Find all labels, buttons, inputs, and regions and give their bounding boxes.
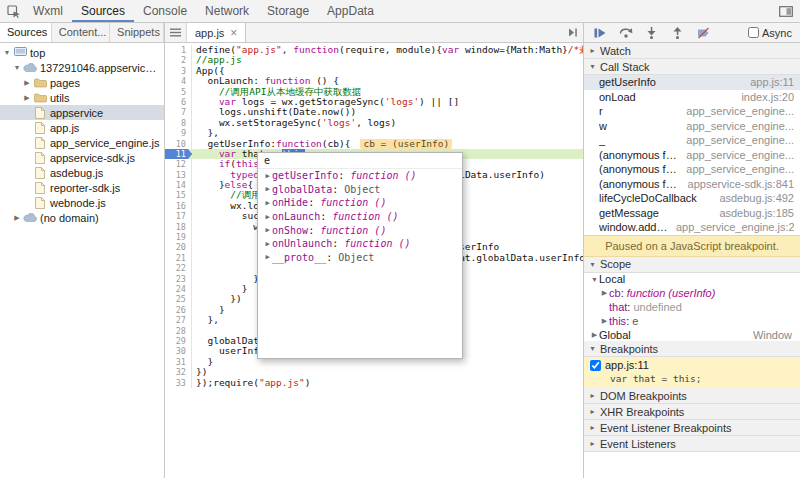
line-number[interactable]: 12: [165, 159, 192, 169]
line-number[interactable]: 11: [165, 149, 192, 159]
line-number[interactable]: 20: [165, 242, 192, 252]
tree-item-utils[interactable]: ▶utils: [0, 90, 164, 105]
close-tab-icon[interactable]: ×: [230, 27, 237, 39]
sidebar-tab-snippets[interactable]: Snippets: [110, 23, 164, 42]
collapsed-arrow-icon[interactable]: ▶: [12, 214, 22, 222]
breakpoint-checkbox[interactable]: [590, 360, 601, 371]
tab-app-js[interactable]: app.js ×: [187, 23, 246, 42]
object-property-onhide[interactable]: ▶onHide: function (): [258, 196, 462, 210]
line-number[interactable]: 29: [165, 336, 192, 346]
section-xhr-breakpoints[interactable]: ▸XHR Breakpoints: [584, 404, 800, 420]
deactivate-breakpoints-button[interactable]: [696, 26, 711, 40]
line-number[interactable]: 27: [165, 315, 192, 325]
line-number[interactable]: 26: [165, 305, 192, 315]
section-dom-breakpoints[interactable]: ▸DOM Breakpoints: [584, 388, 800, 404]
line-number[interactable]: 4: [165, 76, 192, 86]
object-property-onshow[interactable]: ▶onShow: function (): [258, 223, 462, 237]
line-number[interactable]: 22: [165, 263, 192, 273]
breakpoint-entry[interactable]: app.js:11 var that = this;: [584, 357, 800, 388]
dock-side-icon[interactable]: [776, 0, 796, 22]
step-over-button[interactable]: [618, 26, 633, 40]
section-event-listener-breakpoints[interactable]: ▸Event Listener Breakpoints: [584, 420, 800, 436]
call-stack-section-header[interactable]: ▾ Call Stack: [584, 59, 800, 75]
line-number[interactable]: 2: [165, 55, 192, 65]
line-number[interactable]: 21: [165, 253, 192, 263]
line-number[interactable]: 15: [165, 190, 192, 200]
code-editor[interactable]: 1define("app.js", function(require, modu…: [165, 43, 583, 478]
tree-item-appservice-sdk-js[interactable]: appservice-sdk.js: [0, 150, 164, 165]
line-number[interactable]: 13: [165, 170, 192, 180]
main-tab-console[interactable]: Console: [134, 0, 196, 22]
line-number[interactable]: 30: [165, 346, 192, 356]
step-out-button[interactable]: [670, 26, 685, 40]
tree-item-reporter-sdk-js[interactable]: reporter-sdk.js: [0, 180, 164, 195]
main-tab-appdata[interactable]: AppData: [318, 0, 383, 22]
call-stack-frame[interactable]: (anonymous function)app_service_engine..…: [584, 148, 800, 163]
scope-group-local[interactable]: ▼Local: [584, 273, 800, 287]
call-stack-frame[interactable]: window.addEventListenerapp_service_engin…: [584, 220, 800, 235]
line-number[interactable]: 28: [165, 326, 192, 336]
tree-item-webnode-js[interactable]: webnode.js: [0, 195, 164, 210]
section-event-listeners[interactable]: ▸Event Listeners: [584, 436, 800, 452]
call-stack-frame[interactable]: rapp_service_engine...: [584, 104, 800, 119]
call-stack-frame[interactable]: wapp_service_engine...: [584, 119, 800, 134]
object-property-getuserinfo[interactable]: ▶getUserInfo: function (): [258, 169, 462, 183]
call-stack-frame[interactable]: onLoadindex.js:20: [584, 90, 800, 105]
main-tab-wxml[interactable]: Wxml: [24, 0, 72, 22]
expanded-arrow-icon[interactable]: ▼: [12, 64, 22, 71]
object-property-onlaunch[interactable]: ▶onLaunch: function (): [258, 210, 462, 224]
collapsed-arrow-icon[interactable]: ▶: [22, 94, 32, 102]
call-stack-frame[interactable]: _app_service_engine...: [584, 133, 800, 148]
scope-section-header[interactable]: ▾ Scope: [584, 257, 800, 273]
line-number[interactable]: 31: [165, 357, 192, 367]
scope-variable-cb[interactable]: ▶cb: function (userInfo): [584, 286, 800, 300]
main-tab-storage[interactable]: Storage: [258, 0, 318, 22]
sidebar-tab-sources[interactable]: Sources: [0, 23, 52, 42]
line-number[interactable]: 25: [165, 294, 192, 304]
line-number[interactable]: 19: [165, 232, 192, 242]
tree-item-asdebug-js[interactable]: asdebug.js: [0, 165, 164, 180]
scope-group-global[interactable]: ▶GlobalWindow: [584, 328, 800, 342]
call-stack-frame[interactable]: (anonymous function)appservice-sdk.js:84…: [584, 177, 800, 192]
line-number[interactable]: 7: [165, 107, 192, 117]
panel-collapse-icon[interactable]: [563, 23, 583, 42]
call-stack-frame[interactable]: getUserInfoapp.js:11: [584, 75, 800, 90]
collapsed-arrow-icon[interactable]: ▶: [22, 79, 32, 87]
tree-item-app-js[interactable]: app.js: [0, 120, 164, 135]
scope-variable-that[interactable]: that: undefined: [584, 300, 800, 314]
line-number[interactable]: 6: [165, 97, 192, 107]
call-stack-frame[interactable]: lifeCycleDoCallbackasdebug.js:492: [584, 191, 800, 206]
object-property-onunlaunch[interactable]: ▶onUnlaunch: function (): [258, 237, 462, 251]
navigator-toggle-icon[interactable]: [165, 23, 187, 42]
call-stack-frame[interactable]: getMessageasdebug.js:185: [584, 206, 800, 221]
tree-item-137291046-appservice-open-we[interactable]: ▼137291046.appservice.open.we...: [0, 60, 164, 75]
line-number[interactable]: 9: [165, 128, 192, 138]
line-number[interactable]: 1: [165, 45, 192, 55]
main-tab-sources[interactable]: Sources: [72, 0, 134, 22]
call-stack-frame[interactable]: (anonymous function)app_service_engine..…: [584, 162, 800, 177]
line-number[interactable]: 24: [165, 284, 192, 294]
main-tab-network[interactable]: Network: [196, 0, 258, 22]
object-property-globaldata[interactable]: ▶globalData: Object: [258, 183, 462, 197]
line-number[interactable]: 5: [165, 87, 192, 97]
inspect-element-icon[interactable]: [4, 0, 24, 22]
breakpoints-section-header[interactable]: ▾ Breakpoints: [584, 341, 800, 357]
line-number[interactable]: 14: [165, 180, 192, 190]
tree-item-appservice[interactable]: appservice: [0, 105, 164, 120]
line-number[interactable]: 32: [165, 367, 192, 377]
expanded-arrow-icon[interactable]: ▼: [2, 49, 12, 56]
tree-item-no-domain[interactable]: ▶(no domain): [0, 210, 164, 225]
tree-item-top[interactable]: ▼top: [0, 45, 164, 60]
line-number[interactable]: 18: [165, 222, 192, 232]
line-number[interactable]: 10: [165, 139, 192, 149]
line-number[interactable]: 33: [165, 378, 192, 388]
line-number[interactable]: 3: [165, 66, 192, 76]
line-number[interactable]: 16: [165, 201, 192, 211]
line-number[interactable]: 17: [165, 211, 192, 221]
watch-section-header[interactable]: ▸ Watch: [584, 43, 800, 59]
sidebar-tab-content[interactable]: Content...: [52, 23, 110, 42]
scope-variable-this[interactable]: ▶this: e: [584, 314, 800, 328]
async-checkbox[interactable]: [748, 27, 759, 38]
step-into-button[interactable]: [644, 26, 659, 40]
line-number[interactable]: 8: [165, 118, 192, 128]
